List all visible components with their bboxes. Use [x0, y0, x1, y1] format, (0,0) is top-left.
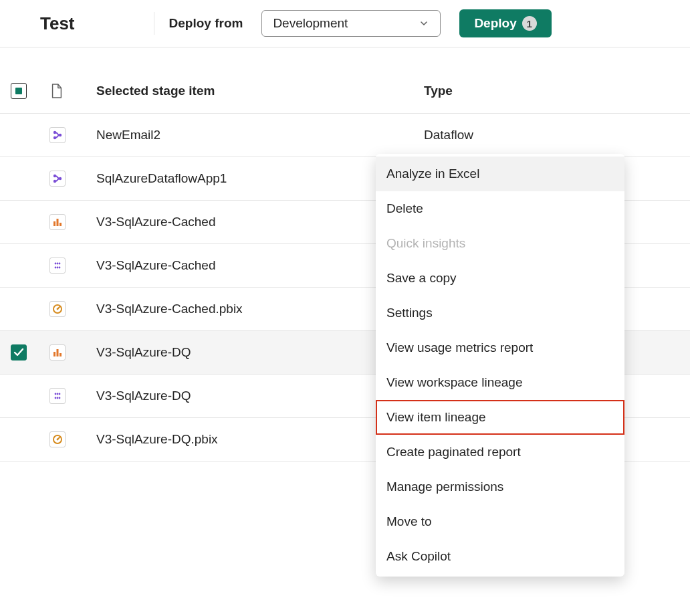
deploy-button-label: Deploy [474, 16, 516, 31]
deploy-source-dropdown[interactable]: Development [261, 10, 441, 37]
menu-item-analyze-in-excel[interactable]: Analyze in Excel [376, 157, 624, 191]
item-context-menu: Analyze in ExcelDeleteQuick insightsSave… [376, 154, 624, 461]
dataflow-icon [49, 127, 66, 143]
grid-header-row: Selected stage item Type [0, 69, 690, 114]
item-name: NewEmail2 [96, 128, 424, 142]
dataset-icon [49, 258, 66, 274]
report-icon [49, 344, 66, 361]
table-row[interactable]: NewEmail2Dataflow [0, 114, 690, 157]
dashboard-icon [49, 431, 66, 447]
item-name: V3-SqlAzure-Cached [96, 258, 424, 273]
item-name: V3-SqlAzure-DQ [96, 345, 424, 360]
menu-item-settings[interactable]: Settings [376, 296, 624, 330]
report-icon [49, 214, 66, 230]
menu-item-create-paginated-report[interactable]: Create paginated report [376, 435, 624, 461]
dataset-icon [49, 388, 66, 404]
item-name: V3-SqlAzure-Cached [96, 215, 424, 229]
deploy-button[interactable]: Deploy 1 [459, 9, 551, 37]
menu-item-delete[interactable]: Delete [376, 191, 624, 226]
column-header-type[interactable]: Type [424, 84, 690, 98]
menu-item-view-workspace-lineage[interactable]: View workspace lineage [376, 365, 624, 400]
menu-item-quick-insights: Quick insights [376, 226, 624, 261]
select-all-checkbox[interactable] [11, 83, 27, 99]
deploy-source-value: Development [273, 16, 348, 31]
item-name: V3-SqlAzure-DQ [96, 389, 424, 403]
chevron-down-icon [419, 18, 429, 29]
page-title: Test [40, 13, 75, 34]
menu-item-save-a-copy[interactable]: Save a copy [376, 261, 624, 296]
column-header-name[interactable]: Selected stage item [96, 84, 424, 98]
menu-item-view-usage-metrics-report[interactable]: View usage metrics report [376, 330, 624, 365]
deploy-topbar: Test Deploy from Development Deploy 1 [0, 0, 690, 47]
item-name: V3-SqlAzure-Cached.pbix [96, 302, 424, 316]
deploy-count-badge: 1 [522, 16, 537, 31]
item-name: V3-SqlAzure-DQ.pbix [96, 432, 424, 447]
file-icon [49, 82, 64, 100]
item-name: SqlAzureDataflowApp1 [96, 171, 424, 186]
deploy-from-label: Deploy from [154, 12, 243, 35]
dashboard-icon [49, 301, 66, 317]
dataflow-icon [49, 171, 66, 187]
row-checkbox[interactable] [11, 344, 27, 361]
menu-item-view-item-lineage[interactable]: View item lineage [376, 400, 624, 435]
item-type: Dataflow [424, 128, 690, 142]
